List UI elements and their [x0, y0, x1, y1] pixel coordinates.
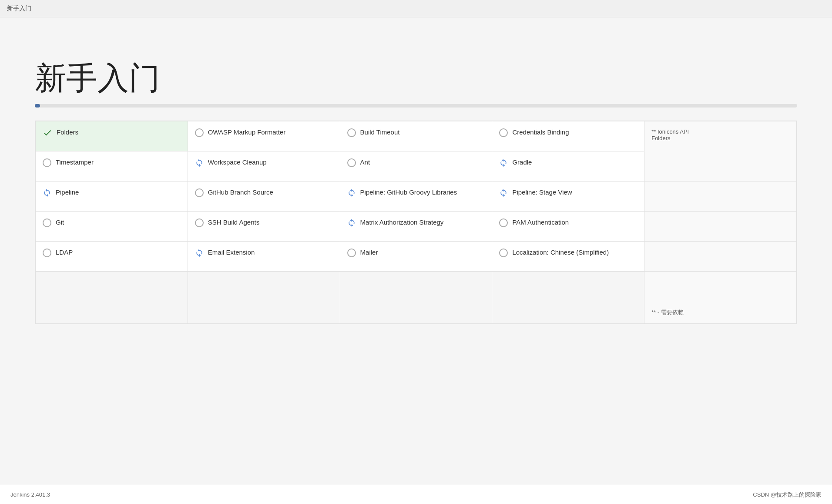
circle-icon	[499, 128, 508, 137]
plugin-name-owasp: OWASP Markup Formatter	[208, 128, 285, 137]
page-title: 新手入门	[35, 61, 797, 95]
plugin-name-github-branch-source: GitHub Branch Source	[208, 188, 273, 197]
plugin-name-pipeline: Pipeline	[56, 188, 79, 197]
plugin-cell-localization-chinese[interactable]: Localization: Chinese (Simplified)	[492, 242, 644, 272]
page-hero: 新手入门	[35, 35, 797, 121]
plugin-cell-ant[interactable]: Ant	[340, 151, 492, 181]
plugin-name-localization-chinese: Localization: Chinese (Simplified)	[512, 248, 609, 257]
sync-icon	[195, 249, 204, 257]
table-row: Folders OWASP Markup Formatter Build Tim…	[36, 121, 797, 151]
plugin-cell-git[interactable]: Git	[36, 212, 188, 242]
plugin-name-workspace-cleanup: Workspace Cleanup	[208, 158, 267, 167]
circle-icon	[43, 249, 51, 257]
plugin-table-wrapper: Folders OWASP Markup Formatter Build Tim…	[35, 121, 797, 324]
plugin-cell-owasp[interactable]: OWASP Markup Formatter	[188, 121, 340, 151]
info-footer-note: ** - 需要依赖	[644, 272, 797, 324]
info-panel-empty2	[644, 212, 797, 242]
plugin-name-folders: Folders	[57, 128, 78, 137]
plugin-name-gradle: Gradle	[512, 158, 532, 167]
circle-icon	[499, 218, 508, 227]
info-panel: ** Ionicons API Folders	[644, 121, 797, 181]
circle-icon	[347, 128, 356, 137]
plugin-cell-workspace-cleanup[interactable]: Workspace Cleanup	[188, 151, 340, 181]
plugin-name-git: Git	[56, 218, 64, 227]
plugin-name-build-timeout: Build Timeout	[360, 128, 400, 137]
page-footer: Jenkins 2.401.3 CSDN @技术路上的探险家	[0, 485, 832, 504]
sync-icon	[499, 158, 508, 167]
plugin-cell-build-timeout[interactable]: Build Timeout	[340, 121, 492, 151]
table-row: Git SSH Build Agents	[36, 212, 797, 242]
plugin-name-mailer: Mailer	[360, 248, 378, 257]
empty-cell-1	[36, 272, 188, 324]
plugin-name-pipeline-stage-view: Pipeline: Stage View	[512, 188, 572, 197]
attribution: CSDN @技术路上的探险家	[753, 491, 822, 499]
main-content: 新手入门 Folders	[0, 17, 832, 324]
circle-icon	[43, 158, 51, 167]
progress-bar-fill	[35, 104, 40, 108]
plugin-name-ldap: LDAP	[56, 248, 73, 257]
info-panel-empty	[644, 181, 797, 212]
circle-icon	[43, 218, 51, 227]
circle-icon	[347, 158, 356, 167]
browser-title-text: 新手入门	[7, 5, 31, 13]
empty-cell-3	[340, 272, 492, 324]
sync-icon	[499, 188, 508, 197]
sync-icon	[43, 188, 51, 197]
progress-bar	[35, 104, 797, 108]
jenkins-version: Jenkins 2.401.3	[10, 491, 50, 498]
plugin-cell-credentials-binding[interactable]: Credentials Binding	[492, 121, 644, 151]
plugin-name-email-extension: Email Extension	[208, 248, 255, 257]
plugin-cell-ldap[interactable]: LDAP	[36, 242, 188, 272]
circle-icon	[347, 249, 356, 257]
plugin-name-timestamper: Timestamper	[56, 158, 94, 167]
plugin-cell-email-extension[interactable]: Email Extension	[188, 242, 340, 272]
sync-icon	[195, 158, 204, 167]
table-row: LDAP Email Extension	[36, 242, 797, 272]
plugin-cell-pipeline[interactable]: Pipeline	[36, 181, 188, 212]
plugin-cell-github-branch-source[interactable]: GitHub Branch Source	[188, 181, 340, 212]
plugin-name-matrix-auth: Matrix Authorization Strategy	[360, 218, 444, 227]
plugin-cell-mailer[interactable]: Mailer	[340, 242, 492, 272]
info-line2: Folders	[651, 135, 789, 141]
sync-icon	[347, 188, 356, 197]
table-row: Pipeline GitHub Branch Source	[36, 181, 797, 212]
plugin-name-ant: Ant	[360, 158, 370, 167]
plugin-cell-folders[interactable]: Folders	[36, 121, 188, 151]
info-panel-empty3	[644, 242, 797, 272]
circle-icon	[499, 249, 508, 257]
check-icon	[43, 128, 52, 138]
plugin-cell-timestamper[interactable]: Timestamper	[36, 151, 188, 181]
plugin-cell-gradle[interactable]: Gradle	[492, 151, 644, 181]
info-line1: ** Ionicons API	[651, 128, 789, 135]
circle-icon	[195, 128, 204, 137]
plugin-name-credentials-binding: Credentials Binding	[512, 128, 569, 137]
plugin-cell-pipeline-github-groovy[interactable]: Pipeline: GitHub Groovy Libraries	[340, 181, 492, 212]
empty-cell-2	[188, 272, 340, 324]
plugin-table: Folders OWASP Markup Formatter Build Tim…	[35, 121, 797, 324]
table-row-empty: ** - 需要依赖	[36, 272, 797, 324]
sync-icon	[347, 218, 356, 227]
plugin-name-pam-auth: PAM Authentication	[512, 218, 569, 227]
plugin-cell-pipeline-stage-view[interactable]: Pipeline: Stage View	[492, 181, 644, 212]
circle-icon	[195, 218, 204, 227]
plugin-cell-ssh-build-agents[interactable]: SSH Build Agents	[188, 212, 340, 242]
plugin-name-pipeline-github-groovy: Pipeline: GitHub Groovy Libraries	[360, 188, 457, 197]
plugin-name-ssh-build-agents: SSH Build Agents	[208, 218, 259, 227]
browser-title-bar: 新手入门	[0, 0, 832, 17]
plugin-cell-matrix-auth[interactable]: Matrix Authorization Strategy	[340, 212, 492, 242]
plugin-cell-pam-auth[interactable]: PAM Authentication	[492, 212, 644, 242]
circle-icon	[195, 188, 204, 197]
footer-note-text: ** - 需要依赖	[651, 309, 684, 316]
empty-cell-4	[492, 272, 644, 324]
